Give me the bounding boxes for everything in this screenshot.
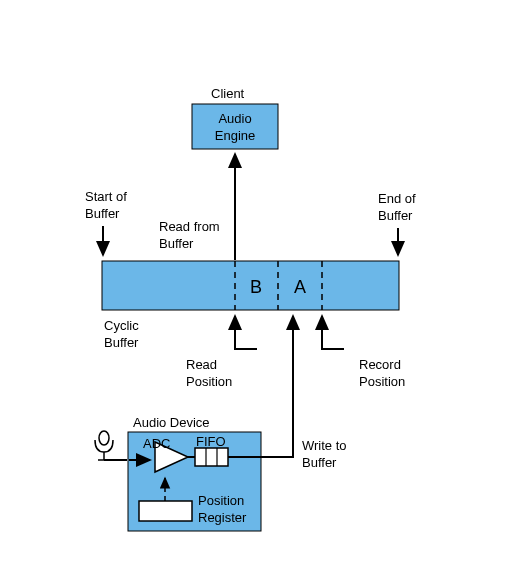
read-position-1: Read [186,357,217,372]
read-position-2: Position [186,374,232,389]
audio-engine-text-2: Engine [215,128,255,143]
end-of-buffer-1: End of [378,191,416,206]
write-to-buffer-1: Write to [302,438,347,453]
svg-point-1 [99,431,109,445]
read-from-buffer-1: Read from [159,219,220,234]
region-a: A [294,277,306,297]
start-of-buffer-1: Start of [85,189,127,204]
diagram-root: Client Audio Engine Start of Buffer End … [0,0,506,565]
cyclic-buffer-2: Buffer [104,335,139,350]
position-register-1: Position [198,493,244,508]
position-register-2: Register [198,510,247,525]
fifo-label: FIFO [196,434,226,449]
audio-engine-text-1: Audio [218,111,251,126]
audio-device-label: Audio Device [133,415,210,430]
adc-label: ADC [143,436,170,451]
microphone-icon [95,431,113,460]
write-to-buffer-2: Buffer [302,455,337,470]
client-label: Client [211,86,245,101]
cyclic-buffer-1: Cyclic [104,318,139,333]
end-of-buffer-2: Buffer [378,208,413,223]
record-position-1: Record [359,357,401,372]
fifo-box [195,448,228,466]
position-register-box [139,501,192,521]
record-position-2: Position [359,374,405,389]
start-of-buffer-2: Buffer [85,206,120,221]
region-b: B [250,277,262,297]
read-from-buffer-2: Buffer [159,236,194,251]
